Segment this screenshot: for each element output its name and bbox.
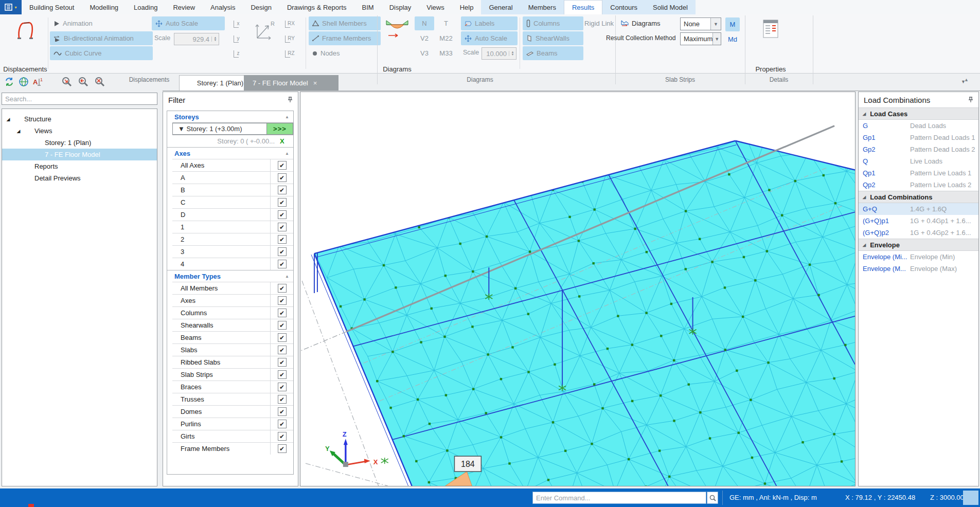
tree-item[interactable]: ◢ Views [2, 125, 157, 137]
filter-row[interactable]: Purlins ✔ [172, 418, 293, 430]
disp-rx-button[interactable]: RX [282, 16, 300, 30]
diagram-labels-toggle[interactable]: Labels [461, 16, 518, 30]
filter-row[interactable]: Trusses ✔ [172, 393, 293, 405]
menu-tab-contextual[interactable]: Solid Model [645, 0, 696, 14]
zoom-window-icon[interactable] [61, 76, 73, 88]
storey-go-badge[interactable]: >>> [266, 123, 293, 135]
slab-strip-m-toggle[interactable]: M [725, 17, 740, 31]
menu-tab[interactable]: Help [452, 0, 482, 14]
menu-tab-contextual[interactable]: Contours [602, 0, 645, 14]
menu-tab[interactable]: Display [382, 0, 419, 14]
load-name[interactable]: (G+Q)p1 [859, 217, 910, 225]
globe-icon[interactable] [17, 76, 30, 88]
filter-section-axes[interactable]: Axes▲ [167, 147, 293, 159]
checkbox-checked[interactable]: ✔ [278, 358, 287, 367]
load-row[interactable]: QLive Loads [859, 155, 978, 167]
filter-row[interactable]: All Members ✔ [172, 282, 293, 294]
model-viewport[interactable]: 184XYZ [300, 92, 856, 486]
command-search-icon[interactable] [707, 492, 718, 504]
load-name[interactable]: Gp2 [859, 146, 910, 153]
checkbox-checked[interactable]: ✔ [278, 309, 287, 317]
menu-tab[interactable]: Review [165, 0, 203, 14]
disp-ry-button[interactable]: RY [282, 31, 300, 45]
chevron-down-icon[interactable]: ▼ [712, 33, 721, 45]
result-collection-method-select[interactable]: Maximum ▼ [680, 32, 721, 45]
filter-section-storeys[interactable]: Storeys▲ [167, 111, 293, 122]
checkbox-checked[interactable]: ✔ [278, 210, 287, 219]
load-name[interactable]: (G+Q)p2 [859, 229, 910, 237]
annotation-scale-icon[interactable]: A1 [32, 76, 44, 88]
diagram-component-button[interactable]: V2 [415, 31, 434, 45]
filter-row[interactable]: 3 ✔ [172, 245, 293, 258]
menu-tab[interactable]: Modelling [82, 0, 126, 14]
tree-item[interactable]: Detail Previews [2, 172, 157, 184]
pin-icon[interactable] [968, 96, 973, 104]
load-name[interactable]: Qp2 [859, 181, 910, 189]
refresh-icon[interactable] [3, 76, 15, 88]
pin-icon[interactable] [288, 96, 293, 104]
filter-section-member-types[interactable]: Member Types▲ [167, 270, 293, 282]
load-section-header[interactable]: ◢ Load Combinations [859, 191, 978, 203]
checkbox-checked[interactable]: ✔ [278, 432, 287, 441]
diagram-component-button[interactable]: N [415, 16, 434, 30]
tab-list-dropdown-icon[interactable]: ▼ [961, 79, 966, 84]
close-tab-icon[interactable]: × [313, 79, 317, 87]
shell-members-toggle[interactable]: Shell Members [309, 16, 381, 30]
disp-x-button[interactable]: x [230, 16, 246, 30]
checkbox-checked[interactable]: ✔ [278, 161, 287, 170]
filter-row[interactable]: Beams ✔ [172, 331, 293, 343]
load-row[interactable]: Envelope (Mi...Envelope (Min) [859, 251, 978, 263]
spinner-icon[interactable]: ▲▼ [509, 51, 516, 56]
tree-expander-icon[interactable]: ◢ [15, 129, 22, 134]
filter-row[interactable]: B ✔ [172, 184, 293, 196]
filter-row[interactable]: All Axes ✔ [172, 159, 293, 171]
displacement-scale-input[interactable]: 929.4 ▲▼ [174, 33, 219, 45]
diagram-component-button[interactable]: M33 [436, 46, 456, 60]
filter-row[interactable]: A ✔ [172, 171, 293, 184]
load-section-header[interactable]: ◢ Envelope [859, 239, 978, 251]
tree-item[interactable]: Reports [2, 160, 157, 172]
diagram-columns-toggle[interactable]: Columns [523, 16, 583, 30]
filter-row[interactable]: C ✔ [172, 196, 293, 208]
menu-tab[interactable]: Loading [126, 0, 165, 14]
checkbox-checked[interactable]: ✔ [278, 395, 287, 404]
checkbox-checked[interactable]: ✔ [278, 186, 287, 194]
menu-tab[interactable]: Drawings & Reports [279, 0, 354, 14]
filter-row[interactable]: 1 ✔ [172, 221, 293, 233]
load-row[interactable]: G+Q1.4G + 1.6Q [859, 203, 978, 215]
slab-diagrams-select[interactable]: None ▼ [680, 17, 721, 30]
menu-tab[interactable]: Design [243, 0, 279, 14]
doc-tab-fe-floor-model[interactable]: 7 - FE Floor Model × [244, 75, 338, 90]
menu-tab[interactable]: Views [419, 0, 452, 14]
zoom-previous-icon[interactable] [77, 76, 90, 88]
expanded-section-icon[interactable]: ◢ [863, 243, 866, 247]
menu-tab[interactable]: Analysis [203, 0, 243, 14]
expanded-section-icon[interactable]: ◢ [863, 195, 866, 200]
collapse-section-icon[interactable]: ▲ [285, 274, 289, 279]
rigid-link-label[interactable]: Rigid Link [584, 20, 614, 27]
menu-tab-contextual[interactable]: Members [521, 0, 564, 14]
load-name[interactable]: G+Q [859, 205, 910, 213]
disp-y-button[interactable]: y [230, 31, 246, 45]
load-row[interactable]: Qp1Pattern Live Loads 1 [859, 167, 978, 179]
checkbox-checked[interactable]: ✔ [278, 296, 287, 305]
diagram-auto-scale-toggle[interactable]: Auto Scale [461, 31, 518, 45]
filter-row[interactable]: 4 ✔ [172, 258, 293, 270]
search-input[interactable] [2, 93, 157, 105]
animation-button[interactable]: Animation [50, 16, 153, 30]
filter-row[interactable]: Columns ✔ [172, 306, 293, 319]
disp-z-button[interactable]: z [230, 46, 246, 60]
properties-big-button[interactable]: Properties [750, 15, 791, 75]
load-row[interactable]: GDead Loads [859, 120, 978, 132]
expanded-section-icon[interactable]: ◢ [863, 112, 866, 116]
command-input[interactable] [532, 492, 706, 504]
checkbox-checked[interactable]: ✔ [278, 444, 287, 453]
diagram-component-button[interactable]: V3 [415, 46, 434, 60]
diagram-scale-input[interactable]: 10.000 ▲▼ [482, 47, 516, 60]
checkbox-checked[interactable]: ✔ [278, 333, 287, 342]
checkbox-checked[interactable]: ✔ [278, 223, 287, 231]
menu-tab[interactable]: Building Setout [22, 0, 82, 14]
filter-row[interactable]: Shearwalls ✔ [172, 319, 293, 331]
load-name[interactable]: Qp1 [859, 169, 910, 177]
spinner-icon[interactable]: ▲▼ [211, 37, 219, 42]
